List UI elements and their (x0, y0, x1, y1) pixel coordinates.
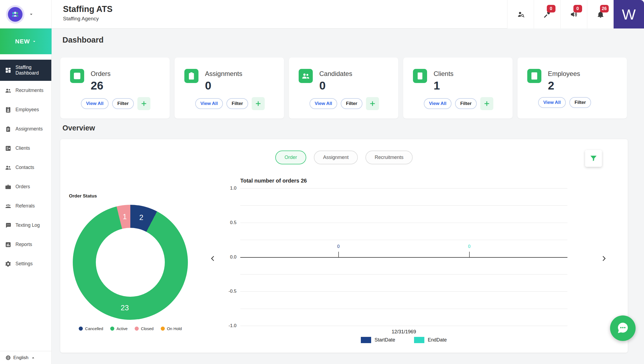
notifications-button[interactable]: 26 (587, 0, 614, 28)
clipboard-icon (184, 69, 198, 83)
sidebar-item-orders[interactable]: Orders (0, 177, 51, 196)
app-title: Staffing ATS (63, 4, 113, 14)
plot-area: 1.00.50.0-0.5-1.000 (240, 188, 567, 326)
add-button[interactable] (252, 97, 265, 110)
donut-slice-value: 2 (139, 213, 143, 222)
card-count: 2 (548, 79, 554, 92)
new-button[interactable]: NEW (0, 28, 52, 54)
chat-icon (5, 222, 11, 229)
order-status-chart: Order Status 2231 CancelledActiveClosedO… (68, 193, 196, 331)
notification-badge: 0 (573, 5, 582, 12)
sidebar-item-label: Texting Log (15, 222, 40, 228)
announcements-button[interactable]: 0 (560, 0, 587, 28)
notification-badge: 0 (547, 5, 555, 12)
gridline (240, 291, 567, 292)
app-root: Staffing ATS Staffing Agency 0026 W NEW … (0, 0, 644, 364)
view-all-button[interactable]: View All (424, 98, 452, 109)
stat-card-assignments: Assignments0View AllFilter (175, 58, 284, 119)
sidebar-item-settings[interactable]: Settings (0, 254, 51, 273)
view-all-button[interactable]: View All (81, 98, 109, 109)
y-tick-label: 0.5 (230, 220, 236, 225)
card-title: Orders (91, 70, 111, 78)
stat-card-employees: Employees2View AllFilter (517, 58, 627, 119)
chevron-right-icon (600, 255, 607, 262)
legend-item-active: Active (110, 326, 128, 331)
client-list-icon (5, 145, 11, 152)
sidebar-item-employees[interactable]: Employees (0, 100, 51, 119)
tab-order[interactable]: Order (275, 151, 306, 164)
avatar-people-icon (8, 7, 23, 22)
language-label: English (13, 355, 29, 360)
filter-button[interactable]: Filter (569, 97, 591, 108)
header-actions: 0026 (507, 0, 614, 28)
add-button[interactable] (480, 97, 493, 110)
view-all-button[interactable]: View All (538, 97, 566, 108)
referrals-icon (5, 203, 11, 209)
chart-tabs: OrderAssignmentRecruitments (275, 151, 413, 164)
sidebar-item-recruitments[interactable]: Recruitments (0, 81, 51, 100)
sidebar-item-texting-log[interactable]: Texting Log (0, 216, 51, 235)
plus-icon (255, 100, 262, 107)
timeline-legend: StartDateEndDate (240, 337, 567, 343)
view-all-button[interactable]: View All (195, 98, 223, 109)
sidebar-item-reports[interactable]: Reports (0, 235, 51, 254)
card-count: 0 (319, 79, 326, 92)
chat-fab-button[interactable] (610, 315, 636, 341)
sidebar-item-assignments[interactable]: Assignments (0, 119, 51, 139)
section-title: Overview (62, 124, 95, 132)
y-tick-label: -1.0 (229, 323, 236, 328)
tab-assignment[interactable]: Assignment (314, 151, 358, 164)
plus-icon (483, 100, 490, 107)
language-selector[interactable]: English (0, 351, 51, 364)
legend-label: Closed (141, 326, 154, 331)
overview-card: OrderAssignmentRecruitments Order Status… (60, 139, 628, 353)
sidebar-item-label: Referrals (15, 203, 35, 209)
tab-recruitments[interactable]: Recruitments (365, 151, 413, 164)
donut-chart: 2231 (73, 205, 188, 320)
sidebar-item-contacts[interactable]: Contacts (0, 158, 51, 177)
legend-label: Active (116, 326, 128, 331)
sidebar-item-label: Contacts (15, 165, 34, 170)
filter-button[interactable]: Filter (226, 98, 248, 109)
overview-filter-button[interactable] (585, 150, 602, 167)
sidebar-item-clients[interactable]: Clients (0, 139, 51, 158)
card-title: Employees (548, 70, 580, 78)
id-badge-icon (527, 69, 541, 83)
sidebar-item-label: Clients (15, 145, 30, 151)
globe-icon (5, 355, 11, 360)
funnel-icon (589, 154, 598, 162)
sidebar-item-referrals[interactable]: Referrals (0, 196, 51, 216)
app-subtitle: Staffing Agency (63, 16, 113, 22)
app-titles: Staffing ATS Staffing Agency (63, 4, 113, 22)
grid-icon (5, 67, 11, 74)
sidebar-item-label: Assignments (15, 126, 43, 132)
sidebar-item-label: Staffing Dashboard (15, 65, 48, 76)
search-people-button[interactable] (507, 0, 534, 28)
org-switcher[interactable] (0, 0, 52, 28)
next-chart-button[interactable] (598, 253, 610, 264)
y-tick-label: -0.5 (229, 289, 236, 294)
prev-chart-button[interactable] (207, 253, 219, 264)
data-point-tick (338, 252, 339, 257)
filter-button[interactable]: Filter (455, 98, 477, 109)
data-point-label: 0 (337, 244, 340, 249)
gridline (240, 223, 567, 223)
legend-dot (110, 327, 114, 331)
sidebar-item-label: Recruitments (15, 88, 43, 93)
workspace-badge[interactable]: W (614, 0, 644, 28)
card-count: 1 (434, 79, 440, 92)
gridline (240, 188, 567, 189)
legend-dot (135, 327, 139, 331)
filter-button[interactable]: Filter (341, 98, 362, 109)
tools-button[interactable]: 0 (534, 0, 560, 28)
legend-label: Cancelled (85, 326, 103, 331)
timeline-title: Total number of orders 26 (240, 178, 581, 184)
sidebar-item-staffing-dashboard[interactable]: Staffing Dashboard (0, 60, 51, 81)
card-actions: View AllFilter (81, 97, 150, 110)
view-all-button[interactable]: View All (310, 98, 337, 109)
legend-item-on-hold: On Hold (161, 326, 182, 331)
add-button[interactable] (366, 97, 379, 110)
legend-dot (79, 327, 83, 331)
filter-button[interactable]: Filter (112, 98, 134, 109)
add-button[interactable] (137, 97, 150, 110)
